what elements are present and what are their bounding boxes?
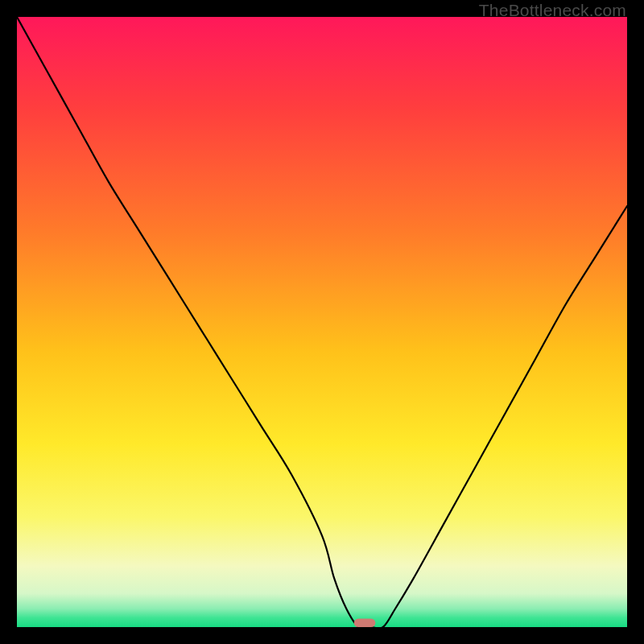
optimum-marker [354, 618, 376, 627]
bottleneck-chart [17, 17, 627, 627]
chart-frame: TheBottleneck.com [0, 0, 644, 644]
